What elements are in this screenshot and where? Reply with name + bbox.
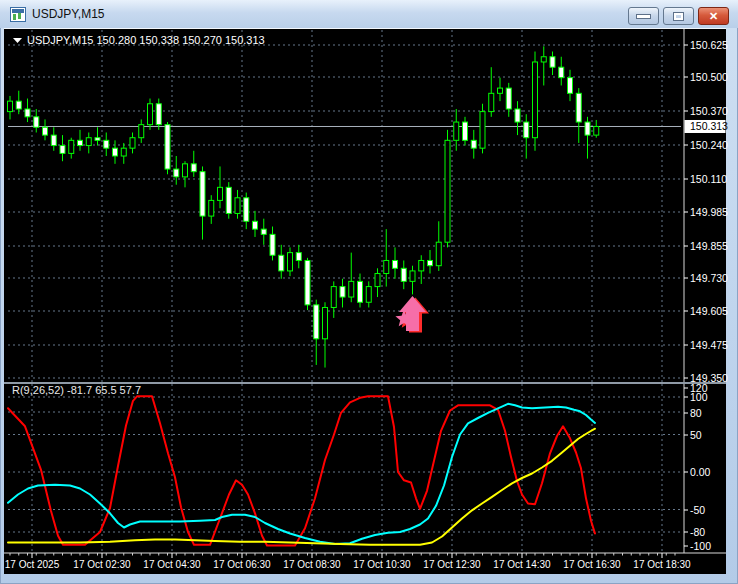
candlestick-series <box>8 46 599 367</box>
minimize-button[interactable] <box>628 7 659 25</box>
svg-text:17 Oct 12:30: 17 Oct 12:30 <box>423 559 481 570</box>
svg-text:17 Oct 02:30: 17 Oct 02:30 <box>73 559 131 570</box>
price-axis[interactable]: 150.625150.500150.370150.240150.110149.9… <box>684 39 728 552</box>
mt4-chart-window: 150.625150.500150.370150.240150.110149.9… <box>0 0 738 584</box>
current-price-label: 150.313 <box>690 120 728 132</box>
svg-text:149.985: 149.985 <box>690 206 728 218</box>
window-title: USDJPY,M15 <box>32 7 104 21</box>
svg-text:149.605: 149.605 <box>690 305 728 317</box>
svg-text:0.00: 0.00 <box>690 466 711 478</box>
svg-text:-80: -80 <box>690 526 705 538</box>
svg-text:50: 50 <box>690 429 702 441</box>
svg-text:17 Oct 16:30: 17 Oct 16:30 <box>563 559 621 570</box>
restore-button[interactable] <box>663 7 694 25</box>
oscillator-line-mid-R <box>8 404 595 544</box>
svg-text:17 Oct 10:30: 17 Oct 10:30 <box>353 559 411 570</box>
svg-text:149.730: 149.730 <box>690 272 728 284</box>
chart-app-icon <box>10 7 26 22</box>
svg-text:150.625: 150.625 <box>690 39 728 51</box>
restore-icon <box>674 13 683 20</box>
oscillator-line-slow-R <box>8 429 595 545</box>
svg-text:17 Oct 06:30: 17 Oct 06:30 <box>213 559 271 570</box>
svg-text:17 Oct 18:30: 17 Oct 18:30 <box>633 559 691 570</box>
svg-text:150.110: 150.110 <box>690 173 727 185</box>
svg-text:150.370: 150.370 <box>690 105 728 117</box>
buy-arrow-object[interactable] <box>395 296 429 333</box>
svg-text:100: 100 <box>690 391 708 403</box>
svg-text:-50: -50 <box>690 504 705 516</box>
svg-text:149.855: 149.855 <box>690 240 728 252</box>
svg-text:149.475: 149.475 <box>690 339 728 351</box>
svg-text:80: 80 <box>690 407 702 419</box>
svg-text:17 Oct 04:30: 17 Oct 04:30 <box>143 559 201 570</box>
close-icon: ✕ <box>709 10 718 23</box>
time-axis[interactable]: 17 Oct 202517 Oct 02:3017 Oct 04:3017 Oc… <box>5 553 691 570</box>
symbol-dropdown-icon[interactable] <box>13 38 22 43</box>
title-bar[interactable]: USDJPY,M15 ✕ <box>0 0 738 28</box>
svg-text:17 Oct 08:30: 17 Oct 08:30 <box>283 559 341 570</box>
chart-canvas[interactable]: 150.625150.500150.370150.240150.110149.9… <box>0 0 738 584</box>
svg-text:17 Oct 2025: 17 Oct 2025 <box>5 559 60 570</box>
ohlc-header: USDJPY,M15 150.280 150.338 150.270 150.3… <box>13 34 265 46</box>
indicator-label: R(9,26,52) -81.7 65.5 57.7 <box>12 384 141 396</box>
svg-text:17 Oct 14:30: 17 Oct 14:30 <box>493 559 551 570</box>
oscillator-line-fast-R <box>8 396 595 545</box>
svg-text:-100: -100 <box>690 540 711 552</box>
svg-text:150.240: 150.240 <box>690 139 728 151</box>
close-button[interactable]: ✕ <box>698 7 729 25</box>
minimize-icon <box>636 14 651 19</box>
svg-text:150.500: 150.500 <box>690 71 728 83</box>
symbol-ohlc-text: USDJPY,M15 150.280 150.338 150.270 150.3… <box>27 34 265 46</box>
